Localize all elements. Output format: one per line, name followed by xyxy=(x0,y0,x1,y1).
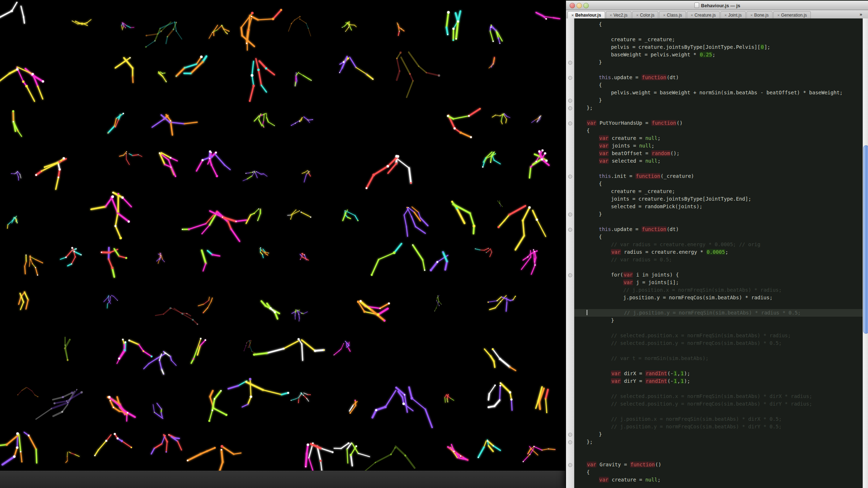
tab-label: Generation.js xyxy=(781,13,807,18)
tab-close-icon[interactable]: × xyxy=(691,13,693,17)
code-line: // selected.position.y = normFreqCos(sim… xyxy=(574,400,863,408)
code-line: // selected.position.x = normFreqSin(sim… xyxy=(574,332,863,339)
tab-label: Bone.js xyxy=(754,13,769,18)
tab-creature-js[interactable]: ×Creature.js xyxy=(687,11,720,19)
fold-marker-icon[interactable] xyxy=(568,213,572,217)
tab-color-js[interactable]: ×Color.js xyxy=(632,11,658,19)
code-line: // j.position.x = normFreqSin(sim.beatAb… xyxy=(574,286,863,294)
code-line: }; xyxy=(574,438,863,446)
code-line: var Gravity = function() xyxy=(574,461,863,468)
code-line: selected = randomPick(joints); xyxy=(574,203,863,210)
tab-close-icon[interactable]: × xyxy=(571,13,574,17)
code-line: j.position.y = normFreqCos(sim.beatAbs) … xyxy=(574,294,863,301)
fold-marker-icon[interactable] xyxy=(568,440,572,444)
code-line xyxy=(574,385,863,393)
fold-gutter[interactable] xyxy=(566,18,574,488)
fold-marker-icon[interactable] xyxy=(568,228,572,232)
tab-close-icon[interactable]: × xyxy=(724,13,727,17)
code-line xyxy=(574,66,863,74)
tab-class-js[interactable]: ×Class.js xyxy=(659,11,686,19)
code-line xyxy=(574,453,863,461)
code-line: // var radius = creature.energy * 0.0005… xyxy=(574,241,863,248)
editor-body: { creature = _creature; pelvis = creatur… xyxy=(566,18,868,488)
fold-marker-icon[interactable] xyxy=(568,463,572,467)
tab-close-icon[interactable]: × xyxy=(777,13,779,17)
code-line: { xyxy=(574,81,863,89)
tab-vec2-js[interactable]: ×Vec2.js xyxy=(606,11,631,19)
document-icon xyxy=(694,3,699,8)
code-line: } xyxy=(574,431,863,438)
code-lines: { creature = _creature; pelvis = creatur… xyxy=(574,21,863,488)
code-line xyxy=(574,165,863,172)
tab-close-icon[interactable]: × xyxy=(663,13,665,17)
tab-label: Vec2.js xyxy=(613,13,627,18)
code-line: } xyxy=(574,317,863,324)
code-line xyxy=(574,301,863,309)
tab-close-icon[interactable]: × xyxy=(610,13,612,17)
code-line: pelvis.weight = baseWeight + normSin(sim… xyxy=(574,89,863,97)
code-line: // selected.position.x = normFreqSin(sim… xyxy=(574,393,863,400)
code-line: var joints = null; xyxy=(574,142,863,150)
code-line xyxy=(574,484,863,488)
code-line: { xyxy=(574,233,863,241)
code-line: baseWeight = pelvis.weight * 0.25; xyxy=(574,51,863,59)
tab-close-icon[interactable]: × xyxy=(636,13,638,17)
creature-grid-canvas xyxy=(0,0,565,471)
title-bar[interactable]: Behaviour.js — js xyxy=(566,1,868,10)
code-line: { xyxy=(574,180,863,188)
code-line: creature = _creature; xyxy=(574,188,863,195)
editor-window: Behaviour.js — js ×Behaviour.js×Vec2.js×… xyxy=(565,0,868,488)
code-line: // var t = normSin(sim.beatAbs); xyxy=(574,355,863,362)
code-line: } xyxy=(574,97,863,104)
fold-marker-icon[interactable] xyxy=(568,121,572,125)
screen: Behaviour.js — js ×Behaviour.js×Vec2.js×… xyxy=(0,0,868,488)
code-line: var beatOffset = random(); xyxy=(574,150,863,157)
tab-generation-js[interactable]: ×Generation.js xyxy=(773,11,811,19)
fold-marker-icon[interactable] xyxy=(568,433,572,437)
code-line: { xyxy=(574,468,863,476)
creature-simulation-viewport xyxy=(0,0,565,471)
code-line: this.init = function(_creature) xyxy=(574,172,863,180)
fold-marker-icon[interactable] xyxy=(568,76,572,80)
fold-marker-icon[interactable] xyxy=(568,273,572,277)
tab-label: Color.js xyxy=(640,13,654,18)
code-line xyxy=(574,28,863,36)
code-line xyxy=(574,112,863,119)
tab-label: Class.js xyxy=(667,13,682,18)
code-line xyxy=(574,347,863,355)
tab-behaviour-js[interactable]: ×Behaviour.js xyxy=(567,11,605,19)
code-line: var j = joints[i]; xyxy=(574,279,863,286)
code-area[interactable]: { creature = _creature; pelvis = creatur… xyxy=(574,18,863,488)
code-line: var creature = null; xyxy=(574,134,863,142)
code-line: { xyxy=(574,127,863,134)
code-line: { xyxy=(574,21,863,28)
code-line: pelvis = creature.jointsByType[JointType… xyxy=(574,43,863,51)
window-title-text: Behaviour.js — js xyxy=(701,3,740,8)
bottom-dock-strip xyxy=(0,471,565,488)
code-line: }; xyxy=(574,104,863,112)
code-line: // selected.position.y = normFreqCos(sim… xyxy=(574,339,863,347)
code-line: this.update = function(dt) xyxy=(574,74,863,81)
tab-label: Creature.js xyxy=(694,13,716,18)
fold-marker-icon[interactable] xyxy=(568,99,572,103)
code-line: joints = creature.jointsByType[JointType… xyxy=(574,195,863,203)
code-line: var PutYourHandsUp = function() xyxy=(574,119,863,127)
tab-bone-js[interactable]: ×Bone.js xyxy=(746,11,773,19)
scrollbar-thumb[interactable] xyxy=(863,145,868,334)
code-line xyxy=(574,324,863,332)
tab-label: Behaviour.js xyxy=(575,13,601,18)
code-line: } xyxy=(574,210,863,218)
tab-overflow-icon[interactable]: » xyxy=(860,12,862,17)
code-line: var selected = null; xyxy=(574,157,863,165)
tab-close-icon[interactable]: × xyxy=(750,13,753,17)
code-line: // j.position.x = normFreqSin(sim.beatAb… xyxy=(574,415,863,423)
fold-marker-icon[interactable] xyxy=(568,175,572,179)
window-title: Behaviour.js — js xyxy=(566,3,868,8)
code-line: creature = _creature; xyxy=(574,36,863,43)
code-line: var dirX = randInt(-1,1); xyxy=(574,370,863,377)
code-line xyxy=(574,446,863,453)
tab-joint-js[interactable]: ×Joint.js xyxy=(720,11,746,19)
fold-marker-icon[interactable] xyxy=(568,106,572,110)
fold-marker-icon[interactable] xyxy=(568,61,572,65)
scrollbar[interactable] xyxy=(863,18,868,488)
